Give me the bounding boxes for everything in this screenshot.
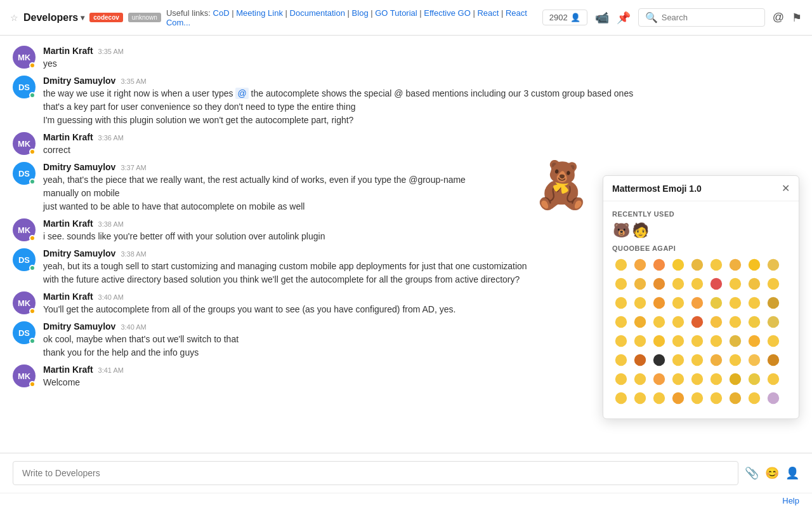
badge-unknown: unknown [128, 13, 161, 22]
link-cod[interactable]: CoD [213, 8, 230, 18]
emoji-item[interactable] [669, 256, 687, 274]
emoji-item[interactable] [669, 275, 687, 293]
emoji-item[interactable] [631, 275, 649, 293]
emoji-item[interactable] [612, 370, 630, 388]
emoji-item[interactable] [726, 351, 744, 369]
emoji-item[interactable] [631, 370, 649, 388]
emoji-item[interactable] [745, 351, 763, 369]
emoji-item[interactable] [726, 256, 744, 274]
link-blog[interactable]: Blog [352, 8, 369, 18]
emoji-item[interactable] [688, 370, 706, 388]
emoji-item[interactable] [631, 313, 649, 331]
emoji-item[interactable] [688, 256, 706, 274]
search-box[interactable]: 🔍 [638, 8, 765, 27]
emoji-item[interactable] [745, 370, 763, 388]
at-icon[interactable]: @ [773, 11, 784, 24]
emoji-item[interactable] [650, 332, 668, 350]
emoji-item[interactable] [707, 332, 725, 350]
emoji-item[interactable]: 🧑 [631, 222, 649, 239]
emoji-item[interactable] [612, 313, 630, 331]
emoji-item[interactable] [764, 370, 782, 388]
emoji-icon[interactable]: 😊 [765, 466, 779, 480]
emoji-item[interactable] [726, 313, 744, 331]
emoji-item[interactable] [669, 389, 687, 407]
emoji-item[interactable] [688, 275, 706, 293]
star-icon[interactable]: ☆ [10, 13, 18, 23]
emoji-item[interactable] [707, 351, 725, 369]
emoji-item[interactable] [764, 275, 782, 293]
emoji-item[interactable] [669, 332, 687, 350]
emoji-item[interactable] [688, 389, 706, 407]
emoji-item[interactable] [707, 370, 725, 388]
emoji-item[interactable] [669, 351, 687, 369]
emoji-item[interactable] [669, 294, 687, 312]
link-effective-go[interactable]: Effective GO [424, 8, 470, 18]
emoji-item[interactable] [764, 256, 782, 274]
pin-icon[interactable]: 📌 [617, 11, 631, 25]
message-input[interactable] [13, 461, 738, 485]
emoji-item[interactable] [745, 256, 763, 274]
emoji-item[interactable] [707, 275, 725, 293]
emoji-item[interactable] [631, 351, 649, 369]
emoji-item[interactable] [688, 313, 706, 331]
emoji-item[interactable] [650, 389, 668, 407]
emoji-item[interactable] [612, 389, 630, 407]
emoji-item[interactable] [669, 370, 687, 388]
emoji-item[interactable] [688, 332, 706, 350]
attachment-icon[interactable]: 📎 [745, 466, 759, 480]
emoji-item[interactable] [612, 256, 630, 274]
emoji-item[interactable] [726, 332, 744, 350]
emoji-item[interactable] [688, 351, 706, 369]
emoji-close-button[interactable]: ✕ [782, 182, 790, 194]
member-count[interactable]: 2902 👤 [542, 10, 587, 25]
emoji-item[interactable] [726, 389, 744, 407]
emoji-item[interactable] [631, 332, 649, 350]
search-input[interactable] [662, 13, 758, 22]
help-link[interactable]: Help [782, 496, 799, 505]
emoji-item[interactable] [650, 351, 668, 369]
video-icon[interactable]: 📹 [595, 11, 609, 25]
emoji-item[interactable] [707, 313, 725, 331]
emoji-item[interactable] [612, 332, 630, 350]
emoji-item[interactable]: 🐻 [612, 222, 630, 239]
flag-icon[interactable]: ⚑ [792, 11, 802, 25]
emoji-section-recently-used: Recently used [612, 210, 790, 218]
emoji-item[interactable] [612, 275, 630, 293]
emoji-item[interactable] [764, 332, 782, 350]
emoji-item[interactable] [745, 313, 763, 331]
link-documentation[interactable]: Documentation [290, 8, 345, 18]
emoji-item[interactable] [612, 294, 630, 312]
emoji-item[interactable] [650, 256, 668, 274]
emoji-item[interactable] [650, 370, 668, 388]
emoji-item[interactable] [688, 294, 706, 312]
emoji-item[interactable] [726, 275, 744, 293]
emoji-item[interactable] [726, 294, 744, 312]
emoji-item[interactable] [650, 313, 668, 331]
emoji-item[interactable] [764, 294, 782, 312]
emoji-item[interactable] [764, 351, 782, 369]
link-go-tutorial[interactable]: GO Tutorial [375, 8, 417, 18]
link-react[interactable]: React [477, 8, 499, 18]
mention-icon[interactable]: 👤 [785, 466, 799, 480]
emoji-item[interactable] [631, 294, 649, 312]
emoji-item[interactable] [631, 389, 649, 407]
emoji-item[interactable] [726, 370, 744, 388]
emoji-item[interactable] [745, 332, 763, 350]
emoji-item[interactable] [764, 313, 782, 331]
emoji-item[interactable] [650, 294, 668, 312]
emoji-item[interactable] [669, 313, 687, 331]
emoji-item[interactable] [745, 294, 763, 312]
link-meeting[interactable]: Meeting Link [236, 8, 283, 18]
emoji-item[interactable] [707, 294, 725, 312]
emoji-item[interactable] [745, 389, 763, 407]
emoji-item[interactable] [612, 351, 630, 369]
emoji-item[interactable] [650, 275, 668, 293]
chevron-down-icon[interactable]: ▾ [81, 13, 84, 22]
emoji-item[interactable] [745, 275, 763, 293]
message-content: Dmitry Samuylov 3:35 AM the way we use i… [43, 76, 799, 127]
useful-links: Useful links: CoD | Meeting Link | Docum… [166, 8, 542, 27]
emoji-item[interactable] [707, 389, 725, 407]
emoji-item[interactable] [764, 389, 782, 407]
emoji-item[interactable] [707, 256, 725, 274]
emoji-item[interactable] [631, 256, 649, 274]
